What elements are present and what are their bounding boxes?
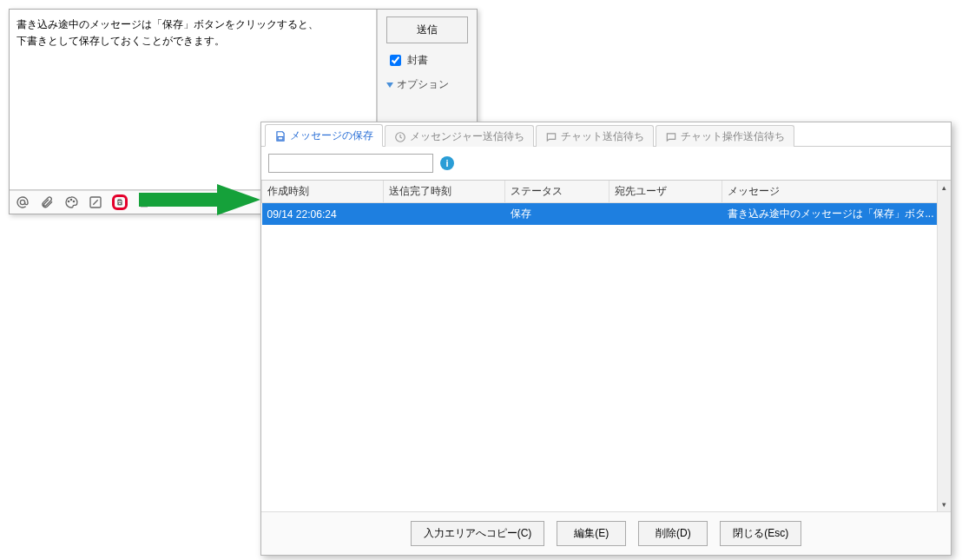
tab-label: チャット操作送信待ち — [681, 129, 785, 144]
svg-point-2 — [70, 199, 71, 200]
messages-table-wrap: 作成時刻 送信完了時刻 ステータス 宛先ユーザ メッセージ 09/14 22:0… — [261, 180, 951, 511]
tab-label: メッセージの保存 — [290, 128, 373, 143]
chat-icon — [545, 131, 557, 143]
svg-point-0 — [20, 200, 24, 204]
tab-chat-pending[interactable]: チャット送信待ち — [536, 125, 654, 147]
info-icon[interactable]: i — [440, 156, 454, 170]
svg-rect-5 — [119, 200, 122, 201]
messages-table: 作成時刻 送信完了時刻 ステータス 宛先ユーザ メッセージ 09/14 22:0… — [261, 181, 951, 225]
at-icon[interactable] — [15, 194, 30, 210]
sealed-label: 封書 — [407, 53, 428, 68]
edit-icon[interactable] — [88, 194, 103, 210]
sealed-checkbox-row[interactable]: 封書 — [386, 52, 468, 69]
options-label: オプション — [397, 77, 449, 92]
tab-label: メッセンジャー送信待ち — [410, 129, 524, 144]
close-button[interactable]: 閉じる(Esc) — [720, 521, 801, 546]
cell-msg: 書き込み途中のメッセージは「保存」ボタ... — [722, 203, 951, 226]
clock-icon — [394, 131, 406, 143]
tab-messenger-pending[interactable]: メッセンジャー送信待ち — [385, 125, 534, 147]
delete-button[interactable]: 削除(D) — [638, 521, 708, 546]
saved-messages-dialog: メッセージの保存 メッセンジャー送信待ち チャット送信待ち — [260, 122, 952, 556]
palette-icon[interactable] — [63, 194, 79, 210]
sealed-checkbox[interactable] — [390, 55, 401, 66]
tab-message-save[interactable]: メッセージの保存 — [265, 124, 383, 147]
tab-chat-op-pending[interactable]: チャット操作送信待ち — [656, 125, 794, 147]
col-sent[interactable]: 送信完了時刻 — [384, 181, 505, 203]
scroll-down-icon[interactable]: ▾ — [939, 499, 949, 510]
col-msg[interactable]: メッセージ — [722, 181, 951, 203]
cell-dest — [609, 203, 722, 226]
trash-icon[interactable] — [136, 194, 152, 210]
cell-status: 保存 — [505, 203, 609, 226]
chevron-down-icon — [386, 82, 393, 88]
send-button[interactable]: 送信 — [386, 16, 468, 43]
search-input[interactable] — [268, 154, 433, 173]
table-row[interactable]: 09/14 22:06:24 保存 書き込み途中のメッセージは「保存」ボタ... — [262, 203, 951, 226]
chat-gear-icon — [665, 131, 677, 143]
tab-bar: メッセージの保存 メッセンジャー送信待ち チャット送信待ち — [261, 122, 951, 147]
col-dest[interactable]: 宛先ユーザ — [609, 181, 722, 203]
save-tab-icon — [274, 130, 287, 142]
cell-sent — [384, 203, 505, 226]
col-status[interactable]: ステータス — [505, 181, 609, 203]
col-created[interactable]: 作成時刻 — [262, 181, 384, 203]
svg-rect-8 — [278, 136, 283, 140]
copy-button[interactable]: 入力エリアへコピー(C) — [411, 521, 545, 546]
scrollbar[interactable]: ▴ ▾ — [937, 181, 951, 511]
svg-rect-6 — [118, 202, 121, 204]
svg-point-3 — [73, 201, 74, 201]
tab-label: チャット送信待ち — [561, 129, 644, 144]
attach-icon[interactable] — [39, 194, 55, 210]
scroll-up-icon[interactable]: ▴ — [939, 182, 949, 193]
save-icon[interactable] — [112, 194, 128, 210]
options-expander[interactable]: オプション — [386, 77, 468, 92]
search-row: i — [261, 147, 951, 180]
dialog-button-row: 入力エリアへコピー(C) 編集(E) 削除(D) 閉じる(Esc) — [261, 511, 951, 555]
cell-created: 09/14 22:06:24 — [262, 203, 384, 226]
edit-button[interactable]: 編集(E) — [557, 521, 626, 546]
svg-point-1 — [68, 201, 69, 201]
